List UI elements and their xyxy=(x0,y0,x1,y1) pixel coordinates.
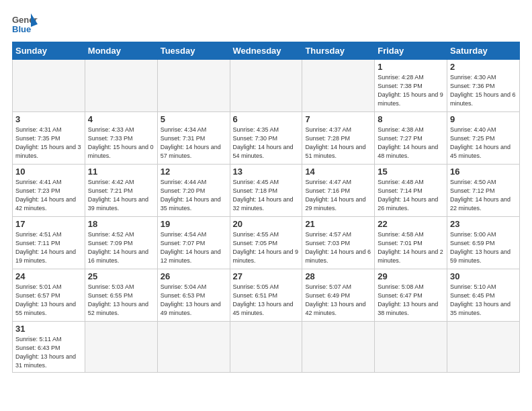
day-info: Sunrise: 4:45 AM Sunset: 7:18 PM Dayligh… xyxy=(233,178,300,213)
calendar-cell: 13Sunrise: 4:45 AM Sunset: 7:18 PM Dayli… xyxy=(230,165,302,217)
day-info: Sunrise: 5:03 AM Sunset: 6:55 PM Dayligh… xyxy=(88,283,154,318)
day-number: 13 xyxy=(233,167,300,177)
calendar-cell xyxy=(13,60,85,112)
day-info: Sunrise: 5:00 AM Sunset: 6:59 PM Dayligh… xyxy=(450,230,517,265)
day-info: Sunrise: 4:38 AM Sunset: 7:27 PM Dayligh… xyxy=(378,126,444,161)
day-info: Sunrise: 5:10 AM Sunset: 6:45 PM Dayligh… xyxy=(450,283,517,318)
calendar-cell xyxy=(157,60,230,112)
week-row-3: 10Sunrise: 4:41 AM Sunset: 7:23 PM Dayli… xyxy=(13,165,520,217)
calendar-cell xyxy=(375,322,447,373)
day-number: 10 xyxy=(15,167,82,177)
day-number: 11 xyxy=(88,167,154,177)
weekday-header-monday: Monday xyxy=(85,42,157,60)
calendar-cell xyxy=(302,60,375,112)
calendar-cell: 29Sunrise: 5:08 AM Sunset: 6:47 PM Dayli… xyxy=(375,269,447,322)
calendar-cell xyxy=(230,322,302,373)
calendar-cell: 16Sunrise: 4:50 AM Sunset: 7:12 PM Dayli… xyxy=(447,165,520,217)
day-number: 23 xyxy=(450,219,517,229)
day-info: Sunrise: 5:08 AM Sunset: 6:47 PM Dayligh… xyxy=(378,283,444,318)
day-info: Sunrise: 4:31 AM Sunset: 7:35 PM Dayligh… xyxy=(15,126,82,161)
calendar-cell xyxy=(302,322,375,373)
day-info: Sunrise: 4:58 AM Sunset: 7:01 PM Dayligh… xyxy=(378,230,444,265)
day-info: Sunrise: 5:04 AM Sunset: 6:53 PM Dayligh… xyxy=(161,283,227,318)
week-row-5: 24Sunrise: 5:01 AM Sunset: 6:57 PM Dayli… xyxy=(13,269,520,322)
day-info: Sunrise: 4:47 AM Sunset: 7:16 PM Dayligh… xyxy=(305,178,371,213)
day-info: Sunrise: 4:54 AM Sunset: 7:07 PM Dayligh… xyxy=(161,230,227,265)
day-number: 12 xyxy=(161,167,227,177)
day-number: 15 xyxy=(378,167,444,177)
week-row-4: 17Sunrise: 4:51 AM Sunset: 7:11 PM Dayli… xyxy=(13,217,520,269)
calendar-cell: 22Sunrise: 4:58 AM Sunset: 7:01 PM Dayli… xyxy=(375,217,447,269)
day-number: 21 xyxy=(305,219,371,229)
calendar-cell: 28Sunrise: 5:07 AM Sunset: 6:49 PM Dayli… xyxy=(302,269,375,322)
day-number: 27 xyxy=(233,271,300,281)
calendar-cell: 3Sunrise: 4:31 AM Sunset: 7:35 PM Daylig… xyxy=(13,112,85,165)
day-number: 26 xyxy=(161,271,227,281)
calendar-cell: 1Sunrise: 4:28 AM Sunset: 7:38 PM Daylig… xyxy=(375,60,447,112)
day-info: Sunrise: 4:40 AM Sunset: 7:25 PM Dayligh… xyxy=(450,126,517,161)
calendar-cell: 25Sunrise: 5:03 AM Sunset: 6:55 PM Dayli… xyxy=(85,269,157,322)
weekday-header-saturday: Saturday xyxy=(447,42,520,60)
calendar-cell: 14Sunrise: 4:47 AM Sunset: 7:16 PM Dayli… xyxy=(302,165,375,217)
day-number: 25 xyxy=(88,271,154,281)
calendar-cell: 9Sunrise: 4:40 AM Sunset: 7:25 PM Daylig… xyxy=(447,112,520,165)
day-number: 7 xyxy=(305,114,371,124)
day-number: 5 xyxy=(161,114,227,124)
day-info: Sunrise: 4:44 AM Sunset: 7:20 PM Dayligh… xyxy=(161,178,227,213)
calendar-cell: 11Sunrise: 4:42 AM Sunset: 7:21 PM Dayli… xyxy=(85,165,157,217)
day-number: 4 xyxy=(88,114,154,124)
day-info: Sunrise: 4:51 AM Sunset: 7:11 PM Dayligh… xyxy=(15,230,82,265)
calendar-cell xyxy=(85,60,157,112)
calendar-cell: 12Sunrise: 4:44 AM Sunset: 7:20 PM Dayli… xyxy=(157,165,230,217)
calendar-cell xyxy=(85,322,157,373)
calendar-cell: 4Sunrise: 4:33 AM Sunset: 7:33 PM Daylig… xyxy=(85,112,157,165)
day-number: 16 xyxy=(450,167,517,177)
svg-text:Blue: Blue xyxy=(12,24,31,34)
calendar-cell: 18Sunrise: 4:52 AM Sunset: 7:09 PM Dayli… xyxy=(85,217,157,269)
calendar-cell: 20Sunrise: 4:55 AM Sunset: 7:05 PM Dayli… xyxy=(230,217,302,269)
day-number: 18 xyxy=(88,219,154,229)
day-number: 2 xyxy=(450,62,517,72)
day-number: 3 xyxy=(15,114,82,124)
day-info: Sunrise: 4:30 AM Sunset: 7:36 PM Dayligh… xyxy=(450,73,517,108)
page: General Blue SundayMondayTuesdayWednesda… xyxy=(0,0,532,411)
day-info: Sunrise: 4:41 AM Sunset: 7:23 PM Dayligh… xyxy=(15,178,82,213)
day-number: 17 xyxy=(15,219,82,229)
calendar-cell: 7Sunrise: 4:37 AM Sunset: 7:28 PM Daylig… xyxy=(302,112,375,165)
day-number: 20 xyxy=(233,219,300,229)
day-info: Sunrise: 4:35 AM Sunset: 7:30 PM Dayligh… xyxy=(233,126,300,161)
day-info: Sunrise: 4:37 AM Sunset: 7:28 PM Dayligh… xyxy=(305,126,371,161)
day-number: 31 xyxy=(15,324,82,334)
day-info: Sunrise: 4:28 AM Sunset: 7:38 PM Dayligh… xyxy=(378,73,444,108)
day-number: 1 xyxy=(378,62,444,72)
calendar-cell: 26Sunrise: 5:04 AM Sunset: 6:53 PM Dayli… xyxy=(157,269,230,322)
header: General Blue xyxy=(12,12,520,36)
day-number: 19 xyxy=(161,219,227,229)
calendar-cell: 21Sunrise: 4:57 AM Sunset: 7:03 PM Dayli… xyxy=(302,217,375,269)
weekday-header-wednesday: Wednesday xyxy=(230,42,302,60)
weekday-header-thursday: Thursday xyxy=(302,42,375,60)
day-info: Sunrise: 4:52 AM Sunset: 7:09 PM Dayligh… xyxy=(88,230,154,265)
logo: General Blue xyxy=(12,12,38,36)
day-info: Sunrise: 5:01 AM Sunset: 6:57 PM Dayligh… xyxy=(15,283,82,318)
day-number: 14 xyxy=(305,167,371,177)
day-info: Sunrise: 5:05 AM Sunset: 6:51 PM Dayligh… xyxy=(233,283,300,318)
calendar-cell: 10Sunrise: 4:41 AM Sunset: 7:23 PM Dayli… xyxy=(13,165,85,217)
day-info: Sunrise: 4:57 AM Sunset: 7:03 PM Dayligh… xyxy=(305,230,371,265)
day-info: Sunrise: 4:50 AM Sunset: 7:12 PM Dayligh… xyxy=(450,178,517,213)
calendar-cell: 24Sunrise: 5:01 AM Sunset: 6:57 PM Dayli… xyxy=(13,269,85,322)
calendar-cell: 31Sunrise: 5:11 AM Sunset: 6:43 PM Dayli… xyxy=(13,322,85,373)
calendar-cell xyxy=(157,322,230,373)
day-info: Sunrise: 4:34 AM Sunset: 7:31 PM Dayligh… xyxy=(161,126,227,161)
weekday-header-friday: Friday xyxy=(375,42,447,60)
generalblue-logo-icon: General Blue xyxy=(12,12,38,36)
weekday-header-tuesday: Tuesday xyxy=(157,42,230,60)
calendar-cell: 15Sunrise: 4:48 AM Sunset: 7:14 PM Dayli… xyxy=(375,165,447,217)
day-number: 28 xyxy=(305,271,371,281)
week-row-6: 31Sunrise: 5:11 AM Sunset: 6:43 PM Dayli… xyxy=(13,322,520,373)
week-row-2: 3Sunrise: 4:31 AM Sunset: 7:35 PM Daylig… xyxy=(13,112,520,165)
calendar-cell xyxy=(447,322,520,373)
calendar-cell: 5Sunrise: 4:34 AM Sunset: 7:31 PM Daylig… xyxy=(157,112,230,165)
day-info: Sunrise: 4:55 AM Sunset: 7:05 PM Dayligh… xyxy=(233,230,300,265)
day-info: Sunrise: 4:42 AM Sunset: 7:21 PM Dayligh… xyxy=(88,178,154,213)
